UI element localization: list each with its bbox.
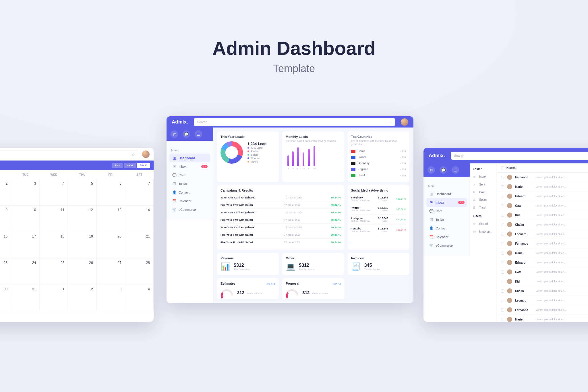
calendar-cell[interactable]: 9 xyxy=(0,206,11,232)
sidebar-item-calendar[interactable]: 📅Calendar xyxy=(426,233,467,241)
avatar[interactable] xyxy=(401,118,408,126)
search-input[interactable]: Search xyxy=(451,152,588,160)
estimates-see-all[interactable]: See All xyxy=(267,283,275,285)
mail-row[interactable]: KidLorem ipsum dolor sit on… xyxy=(497,277,588,286)
chat-icon[interactable]: 💬 xyxy=(440,166,447,174)
calendar-cell[interactable]: 5 xyxy=(68,179,96,206)
checkbox[interactable] xyxy=(501,289,504,293)
calendar-cell[interactable]: 1 xyxy=(40,285,68,311)
sidebar-item-ecommerce[interactable]: 🛒eCommerce xyxy=(169,205,210,214)
folder-draft[interactable]: 🗎Draft xyxy=(473,188,494,196)
mail-row[interactable]: FernandoLorem ipsum dolor sit on… xyxy=(497,173,588,182)
mail-row[interactable]: GateLorem ipsum dolor sit on… xyxy=(497,201,588,211)
checkbox-all[interactable] xyxy=(501,166,504,169)
calendar-cell[interactable]: 26 xyxy=(68,258,96,285)
calendar-cell[interactable]: 3 xyxy=(97,285,125,311)
sidebar-item-dashboard[interactable]: ◫Dashboard xyxy=(426,190,467,198)
sidebar-item-contact[interactable]: 👤Contact xyxy=(169,188,210,197)
mail-row[interactable]: LeonardLorem ipsum dolor sit on… xyxy=(497,229,588,239)
avatar[interactable] xyxy=(142,150,150,158)
sidebar-item-to-do[interactable]: ☑To Do xyxy=(169,179,210,188)
calendar-cell[interactable]: 18 xyxy=(40,232,68,258)
sidebar-item-to-do[interactable]: ☑To Do xyxy=(426,215,467,224)
filter-stared[interactable]: ☆Stared xyxy=(473,220,494,228)
sidebar-item-chat[interactable]: 💬Chat xyxy=(426,207,467,215)
search-input[interactable]: Search ⌕ xyxy=(194,118,395,126)
calendar-cell[interactable]: 16 xyxy=(0,232,11,258)
calendar-cell[interactable]: 6 xyxy=(97,179,125,206)
sidebar-item-ecommerce[interactable]: 🛒eCommerce xyxy=(426,241,467,250)
menu-icon[interactable]: ☰ xyxy=(195,130,202,138)
calendar-cell[interactable]: 12 xyxy=(68,206,96,232)
mail-row[interactable]: MarieLorem ipsum dolor sit on… xyxy=(497,315,588,322)
calendar-cell[interactable]: 31 xyxy=(11,285,40,311)
checkbox[interactable] xyxy=(501,204,504,207)
checkbox[interactable] xyxy=(501,176,504,179)
calendar-cell[interactable]: 20 xyxy=(97,232,125,258)
calendar-cell[interactable]: 2 xyxy=(0,179,11,206)
calendar-cell[interactable]: 19 xyxy=(68,232,96,258)
checkbox[interactable] xyxy=(501,299,504,302)
calendar-cell[interactable]: 13 xyxy=(97,206,125,232)
checkbox[interactable] xyxy=(501,195,504,198)
checkbox[interactable] xyxy=(501,185,504,188)
view-week[interactable]: Week xyxy=(124,163,136,168)
search-input[interactable]: ⌕ xyxy=(0,150,138,158)
calendar-cell[interactable]: 30 xyxy=(0,285,11,311)
sidebar-item-contact[interactable]: 👤Contact xyxy=(426,224,467,233)
folder-inbox[interactable]: ✉Inbox xyxy=(473,173,494,181)
folder-trash[interactable]: 🗑Trash xyxy=(473,204,494,211)
checkbox[interactable] xyxy=(501,271,504,274)
checkbox[interactable] xyxy=(501,223,504,226)
calendar-cell[interactable]: 11 xyxy=(40,206,68,232)
mail-row[interactable]: MarieLorem ipsum dolor sit on… xyxy=(497,182,588,192)
calendar-cell[interactable]: 21 xyxy=(125,232,154,258)
mail-row[interactable]: ChaimLorem ipsum dolor sit on… xyxy=(497,286,588,296)
filter-important[interactable]: ▭Important xyxy=(473,228,494,235)
checkbox[interactable] xyxy=(501,214,504,217)
folder-sent[interactable]: ➚Sent xyxy=(473,181,494,188)
sidebar-item-chat[interactable]: 💬Chat xyxy=(169,171,210,179)
calendar-cell[interactable]: 4 xyxy=(40,179,68,206)
mail-row[interactable]: EdwardLorem ipsum dolor sit on… xyxy=(497,258,588,267)
view-month[interactable]: Month xyxy=(137,163,150,168)
chat-icon[interactable]: 💬 xyxy=(183,130,190,138)
view-day[interactable]: Day xyxy=(112,163,123,168)
checkbox[interactable] xyxy=(501,233,504,236)
sidebar-item-calendar[interactable]: 📅Calendar xyxy=(169,197,210,205)
checkbox[interactable] xyxy=(501,280,504,283)
calendar-cell[interactable]: 7 xyxy=(125,179,154,206)
calendar-cell[interactable]: 2 xyxy=(68,285,96,311)
calendar-cell[interactable]: 17 xyxy=(11,232,40,258)
calendar-cell[interactable]: 24 xyxy=(11,258,40,285)
mail-row[interactable]: FernandoLorem ipsum dolor sit on… xyxy=(497,305,588,315)
checkbox[interactable] xyxy=(501,242,504,245)
checkbox[interactable] xyxy=(501,261,504,264)
checkbox[interactable] xyxy=(501,252,504,255)
sidebar-item-dashboard[interactable]: ◫Dashboard xyxy=(169,154,210,162)
mail-row[interactable]: GateLorem ipsum dolor sit on… xyxy=(497,267,588,277)
sidebar-item-inbox[interactable]: ✉Inbox17 xyxy=(169,162,210,171)
checkbox[interactable] xyxy=(501,318,504,321)
newest-header[interactable]: Newest xyxy=(497,163,588,173)
mail-row[interactable]: FernandoLorem ipsum dolor sit on… xyxy=(497,239,588,248)
calendar-cell[interactable]: 3 xyxy=(11,179,40,206)
mail-row[interactable]: LeonardLorem ipsum dolor sit on… xyxy=(497,296,588,305)
mail-row[interactable]: MarieLorem ipsum dolor sit on… xyxy=(497,248,588,258)
calendar-cell[interactable]: 4 xyxy=(125,285,154,311)
tag-icon[interactable]: 🏷 xyxy=(171,130,178,138)
calendar-cell[interactable]: 28 xyxy=(125,258,154,285)
calendar-cell[interactable]: 23 xyxy=(0,258,11,285)
menu-icon[interactable]: ☰ xyxy=(452,166,459,174)
folder-spam[interactable]: ⚠Spam xyxy=(473,196,494,204)
calendar-cell[interactable]: 14 xyxy=(125,206,154,232)
calendar-cell[interactable]: 27 xyxy=(97,258,125,285)
sidebar-item-inbox[interactable]: ✉Inbox17 xyxy=(426,198,467,207)
calendar-cell[interactable]: 10 xyxy=(11,206,40,232)
checkbox[interactable] xyxy=(501,308,504,312)
mail-row[interactable]: KidLorem ipsum dolor sit on… xyxy=(497,211,588,220)
mail-row[interactable]: EdwardLorem ipsum dolor sit on… xyxy=(497,192,588,201)
mail-row[interactable]: ChaimLorem ipsum dolor sit on… xyxy=(497,220,588,229)
tag-icon[interactable]: 🏷 xyxy=(428,166,435,174)
proposal-see-all[interactable]: See All xyxy=(333,283,341,285)
